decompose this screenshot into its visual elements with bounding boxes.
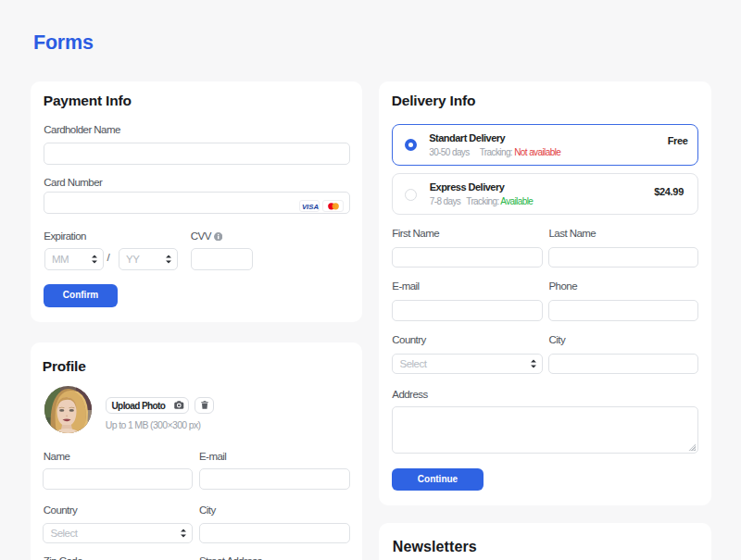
svg-text:VISA: VISA [302, 202, 320, 210]
